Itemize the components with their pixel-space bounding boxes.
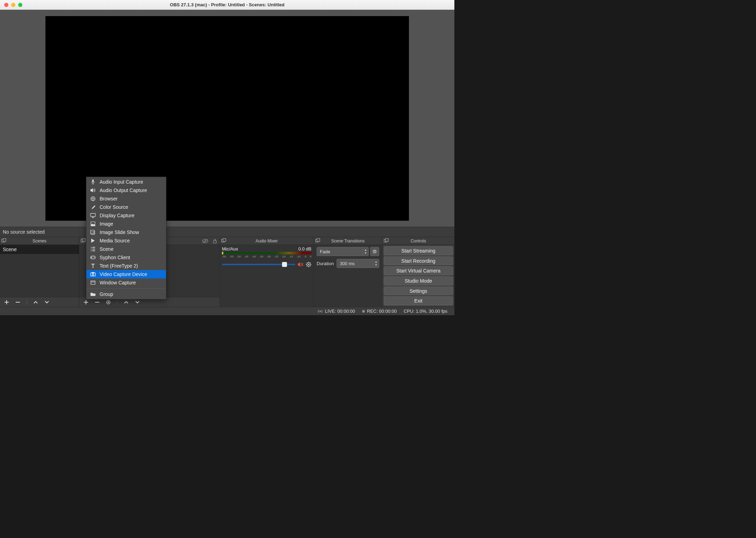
menu-item-window-capture[interactable]: Window Capture bbox=[86, 278, 166, 287]
start-recording-button[interactable]: Start Recording bbox=[384, 256, 453, 266]
svg-point-28 bbox=[94, 257, 95, 258]
window-title: OBS 27.1.3 (mac) - Profile: Untitled - S… bbox=[0, 2, 454, 7]
audio-meter bbox=[222, 252, 311, 253]
mixer-channel: Mic/Aux 0.0 dB -60-55-50-45-40-35-30-25-… bbox=[220, 245, 314, 269]
menu-item-label: Display Capture bbox=[100, 213, 135, 218]
remove-scene-button[interactable] bbox=[15, 299, 21, 305]
close-icon[interactable] bbox=[4, 3, 8, 7]
popout-icon[interactable] bbox=[384, 238, 389, 243]
controls-body: Start Streaming Start Recording Start Vi… bbox=[382, 245, 454, 307]
duration-input[interactable]: 300 ms ▲▼ bbox=[337, 259, 379, 268]
menu-item-browser[interactable]: Browser bbox=[86, 194, 166, 203]
chevron-up-icon[interactable]: ▲ bbox=[363, 248, 368, 252]
svg-rect-6 bbox=[214, 241, 216, 243]
popout-icon[interactable] bbox=[221, 238, 226, 243]
svg-rect-10 bbox=[223, 239, 226, 241]
remove-source-button[interactable] bbox=[94, 299, 100, 305]
menu-item-label: Image bbox=[100, 221, 113, 227]
preview-area bbox=[0, 10, 454, 227]
list-icon bbox=[90, 247, 96, 251]
menu-item-audio-input-capture[interactable]: Audio Input Capture bbox=[86, 178, 166, 186]
scene-item[interactable]: Scene bbox=[0, 245, 79, 254]
svg-point-30 bbox=[92, 274, 94, 275]
studio-mode-button[interactable]: Studio Mode bbox=[384, 276, 453, 285]
add-scene-button[interactable] bbox=[3, 299, 10, 305]
menu-item-display-capture[interactable]: Display Capture bbox=[86, 211, 166, 220]
scenes-header: Scenes bbox=[0, 237, 79, 245]
svg-rect-31 bbox=[92, 272, 94, 273]
svg-point-8 bbox=[108, 302, 109, 303]
duration-value: 300 ms bbox=[337, 261, 373, 266]
move-source-up-button[interactable] bbox=[123, 299, 129, 305]
start-streaming-button[interactable]: Start Streaming bbox=[384, 246, 453, 255]
transition-selected: Fade bbox=[317, 249, 362, 254]
minimize-icon[interactable] bbox=[11, 3, 15, 7]
start-virtual-camera-button[interactable]: Start Virtual Camera bbox=[384, 266, 453, 275]
svg-rect-20 bbox=[92, 179, 94, 182]
menu-item-image[interactable]: Image bbox=[86, 220, 166, 228]
status-live: LIVE: 00:00:00 bbox=[317, 309, 355, 314]
channel-level: 0.0 dB bbox=[298, 246, 311, 252]
transition-select[interactable]: Fade ▲▼ bbox=[317, 247, 369, 256]
mixer-body: Mic/Aux 0.0 dB -60-55-50-45-40-35-30-25-… bbox=[220, 245, 314, 307]
status-cpu: CPU: 1.0%, 30.00 fps bbox=[404, 309, 447, 314]
chevron-up-icon[interactable]: ▲ bbox=[373, 260, 379, 263]
play-icon bbox=[90, 238, 96, 243]
menu-item-video-capture-device[interactable]: Video Capture Device bbox=[86, 270, 166, 278]
lock-icon[interactable] bbox=[213, 239, 217, 243]
scenes-toolbar bbox=[0, 297, 79, 307]
transitions-title: Scene Transitions bbox=[331, 239, 365, 243]
transitions-body: Fade ▲▼ Duration 300 ms ▲▼ bbox=[314, 245, 382, 307]
settings-button[interactable]: Settings bbox=[384, 286, 453, 296]
menu-item-audio-output-capture[interactable]: Audio Output Capture bbox=[86, 186, 166, 194]
menu-item-group[interactable]: Group bbox=[86, 290, 166, 298]
visibility-icon[interactable] bbox=[202, 239, 208, 243]
chevron-down-icon[interactable]: ▼ bbox=[373, 263, 379, 267]
popout-icon[interactable] bbox=[81, 238, 86, 243]
menu-item-scene[interactable]: Scene bbox=[86, 245, 166, 253]
gamepad-icon bbox=[90, 255, 96, 260]
menu-item-text[interactable]: Text (FreeType 2) bbox=[86, 262, 166, 270]
status-rec: REC: 00:00:00 bbox=[362, 309, 397, 314]
menu-item-label: Syphon Client bbox=[100, 255, 130, 260]
transition-settings-button[interactable] bbox=[370, 247, 379, 256]
status-bar: LIVE: 00:00:00 REC: 00:00:00 CPU: 1.0%, … bbox=[0, 307, 454, 315]
transitions-dock: Scene Transitions Fade ▲▼ Duration 300 m… bbox=[314, 237, 382, 307]
popout-icon[interactable] bbox=[1, 238, 6, 243]
svg-rect-1 bbox=[3, 239, 6, 241]
text-icon bbox=[90, 263, 96, 268]
globe-icon bbox=[90, 196, 96, 201]
add-source-button[interactable] bbox=[83, 299, 89, 305]
window-icon bbox=[90, 281, 96, 285]
popout-icon[interactable] bbox=[315, 238, 320, 243]
menu-item-syphon-client[interactable]: Syphon Client bbox=[86, 253, 166, 262]
exit-button[interactable]: Exit bbox=[384, 296, 453, 305]
broadcast-icon bbox=[317, 309, 323, 314]
source-properties-button[interactable] bbox=[105, 299, 111, 305]
selection-status: No source selected bbox=[0, 227, 454, 237]
menu-separator bbox=[86, 288, 166, 289]
svg-point-27 bbox=[94, 257, 94, 257]
scenes-list[interactable]: Scene bbox=[0, 245, 79, 307]
menu-item-label: Browser bbox=[100, 196, 117, 201]
maximize-icon[interactable] bbox=[18, 3, 22, 7]
mixer-header: Audio Mixer bbox=[220, 237, 314, 245]
docks-row: Scenes Scene Sources bbox=[0, 237, 454, 307]
menu-item-image-slideshow[interactable]: Image Slide Show bbox=[86, 228, 166, 236]
menu-item-label: Media Source bbox=[100, 238, 130, 243]
menu-item-label: Window Capture bbox=[100, 280, 136, 285]
menu-item-media-source[interactable]: Media Source bbox=[86, 236, 166, 245]
add-source-menu[interactable]: Audio Input Capture Audio Output Capture… bbox=[86, 177, 166, 299]
svg-point-19 bbox=[319, 311, 321, 312]
move-source-down-button[interactable] bbox=[134, 299, 141, 305]
menu-item-color-source[interactable]: Color Source bbox=[86, 203, 166, 211]
move-scene-down-button[interactable] bbox=[44, 299, 50, 305]
channel-settings-icon[interactable] bbox=[306, 262, 311, 267]
speaker-icon bbox=[90, 188, 96, 193]
volume-slider[interactable] bbox=[222, 264, 295, 265]
move-scene-up-button[interactable] bbox=[33, 299, 39, 305]
menu-item-label: Audio Input Capture bbox=[100, 179, 143, 185]
mute-icon[interactable] bbox=[297, 262, 304, 267]
chevron-down-icon[interactable]: ▼ bbox=[363, 252, 368, 255]
menu-item-label: Video Capture Device bbox=[100, 271, 147, 277]
